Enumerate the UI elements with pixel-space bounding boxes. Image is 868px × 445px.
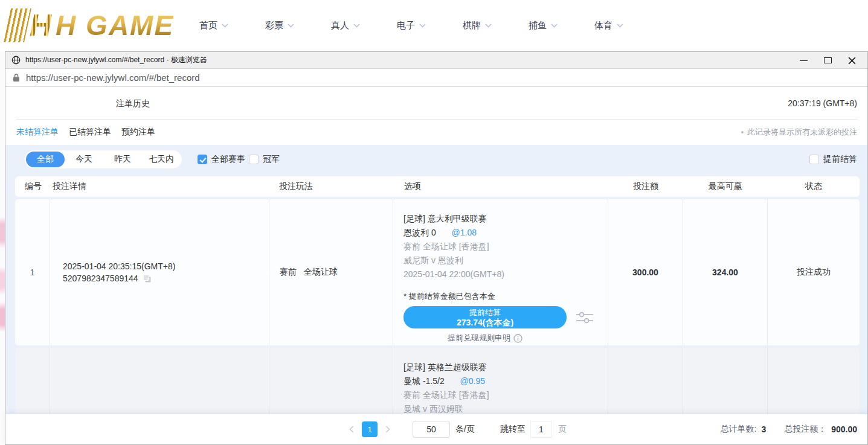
nav-item-fishing[interactable]: 捕鱼 (529, 20, 558, 31)
page-title: 注单历史 (116, 98, 150, 109)
sliders-icon[interactable] (575, 310, 594, 325)
nav-item-sports[interactable]: 体育 (594, 20, 623, 31)
nav-item-slots[interactable]: 电子 (397, 20, 426, 31)
minimize-icon (800, 60, 808, 61)
tab-unsettled[interactable]: 未结算注单 (16, 127, 59, 138)
site-header: H H GAME 首页 彩票 真人 电子 棋牌 (0, 0, 868, 51)
window-title: https://user-pc-new.jylywl.com/#/bet_rec… (25, 55, 207, 65)
play-type: 全场让球 (304, 267, 338, 278)
main-nav: 首页 彩票 真人 电子 棋牌 捕鱼 (199, 0, 623, 51)
tab-note-text: 此记录将显示所有未派彩的投注 (747, 127, 857, 138)
page-unit-label: 页 (558, 424, 567, 435)
option-match: 威尼斯 v 恩波利 (403, 254, 608, 267)
play-period: 赛前 (280, 267, 297, 278)
cashout-wrap: 提前结算 273.74(含本金) (403, 306, 608, 328)
col-header-option: 选项 (393, 181, 608, 192)
screen: H H GAME 首页 彩票 真人 电子 棋牌 (0, 0, 868, 445)
nav-item-cards[interactable]: 棋牌 (463, 20, 492, 31)
total-count-value: 3 (761, 424, 766, 434)
table-row: [足球] 英格兰超级联赛 曼城 -1.5/2 @0.95 赛前 全场让球 [香港… (15, 348, 860, 414)
filter-today[interactable]: 今天 (65, 152, 103, 167)
table-header: 编号 投注详情 投注玩法 选项 投注额 最高可赢 状态 (15, 176, 860, 197)
per-page-label: 条/页 (455, 424, 475, 435)
col-header-play: 投注玩法 (269, 181, 393, 192)
close-icon (848, 57, 856, 65)
logo-text: H GAME (56, 9, 174, 42)
option-pick-line: 恩波利 0 @1.08 (403, 226, 608, 240)
total-count-label: 总计单数: (720, 424, 756, 435)
maximize-icon (824, 57, 832, 63)
next-page-button[interactable] (380, 421, 396, 437)
cell-detail (50, 348, 269, 414)
cell-maxwin: 324.00 (683, 199, 768, 345)
nav-item-lottery[interactable]: 彩票 (265, 20, 294, 31)
status-badge: 投注成功 (797, 267, 831, 278)
table-row: 1 2025-01-04 20:35:15(GMT+8) 52079823475… (15, 199, 860, 345)
page-number-button[interactable]: 1 (362, 421, 378, 437)
content-band: 全部 今天 昨天 七天内 全部赛事 冠军 提前 (5, 145, 867, 414)
copy-icon[interactable] (142, 274, 152, 284)
cell-option: [足球] 意大利甲级联赛 恩波利 0 @1.08 赛前 全场让球 [香港盘] 威… (393, 199, 608, 345)
option-odds: @1.08 (452, 228, 477, 237)
total-amount-value: 900.00 (831, 424, 857, 434)
browser-window: https://user-pc-new.jylywl.com/#/bet_rec… (5, 51, 868, 445)
jump-to-label: 跳转至 (500, 424, 526, 435)
option-league: [足球] 英格兰超级联赛 (403, 360, 608, 374)
logo-striped-h: H (30, 8, 52, 43)
chevron-down-icon (353, 24, 360, 28)
col-header-detail: 投注详情 (50, 181, 269, 192)
option-pick-line: 曼城 -1.5/2 @0.95 (403, 374, 608, 388)
chevron-down-icon (222, 24, 228, 28)
minimize-button[interactable] (791, 52, 815, 69)
info-icon (513, 334, 522, 343)
col-header-status: 状态 (768, 181, 860, 192)
checkbox-unchecked-icon (809, 155, 819, 164)
tab-settled[interactable]: 已结算注单 (69, 127, 111, 138)
maximize-button[interactable] (815, 52, 840, 69)
brand-logo[interactable]: H H GAME (7, 5, 174, 46)
cashout-button[interactable]: 提前结算 273.74(含本金) (403, 306, 567, 328)
checkbox-early-settle[interactable]: 提前结算 (809, 150, 857, 169)
page-head: 注单历史 20:37:19 (GMT+8) (5, 87, 867, 119)
close-button[interactable] (840, 52, 864, 69)
cell-status (768, 348, 860, 414)
cell-play: 赛前 全场让球 (269, 199, 393, 345)
bet-amount: 300.00 (632, 267, 658, 277)
prev-page-button[interactable] (344, 421, 359, 437)
option-pick: 曼城 -1.5/2 (403, 376, 445, 386)
cell-amount: 300.00 (608, 199, 683, 345)
checkbox-unchecked-icon (249, 155, 259, 164)
chevron-down-icon (419, 24, 426, 28)
bet-time: 2025-01-04 20:35:15(GMT+8) (63, 261, 269, 271)
cell-maxwin (683, 348, 768, 414)
nav-label: 体育 (594, 20, 612, 31)
chevron-down-icon (617, 24, 623, 28)
window-title-bar[interactable]: https://user-pc-new.jylywl.com/#/bet_rec… (5, 52, 867, 69)
max-win: 324.00 (712, 267, 738, 277)
col-header-amount: 投注额 (608, 181, 683, 192)
nav-item-home[interactable]: 首页 (199, 20, 228, 31)
filter-seven-days[interactable]: 七天内 (142, 152, 181, 167)
page-size-input[interactable] (413, 421, 450, 438)
bet-record-page: 注单历史 20:37:19 (GMT+8) 未结算注单 已结算注单 预约注单 此… (5, 87, 867, 444)
tab-note: 此记录将显示所有未派彩的投注 (741, 120, 857, 145)
option-market: 赛前 全场让球 [香港盘] (403, 388, 608, 402)
checkbox-champion[interactable]: 冠军 (249, 150, 280, 169)
chevron-down-icon (288, 24, 294, 28)
url-bar[interactable]: https://user-pc-new.jylywl.com/#/bet_rec… (5, 69, 867, 87)
cell-status: 投注成功 (768, 199, 860, 345)
tab-reserved[interactable]: 预约注单 (121, 127, 155, 138)
filter-yesterday[interactable]: 昨天 (103, 152, 142, 167)
bullet-dot-icon (741, 131, 744, 133)
checkbox-all-events[interactable]: 全部赛事 (198, 150, 245, 169)
option-pick: 恩波利 0 (403, 228, 436, 237)
cashout-rule-link[interactable]: 提前兑现规则申明 (403, 333, 567, 344)
filter-all[interactable]: 全部 (26, 152, 65, 167)
cell-amount (608, 348, 683, 414)
cashout-rule-text: 提前兑现规则申明 (448, 333, 510, 344)
col-header-maxwin: 最高可赢 (683, 181, 768, 192)
globe-icon (11, 56, 21, 65)
option-match: 曼城 v 西汉姆联 (403, 402, 608, 414)
jump-page-input[interactable] (530, 421, 552, 438)
nav-item-live[interactable]: 真人 (331, 20, 360, 31)
